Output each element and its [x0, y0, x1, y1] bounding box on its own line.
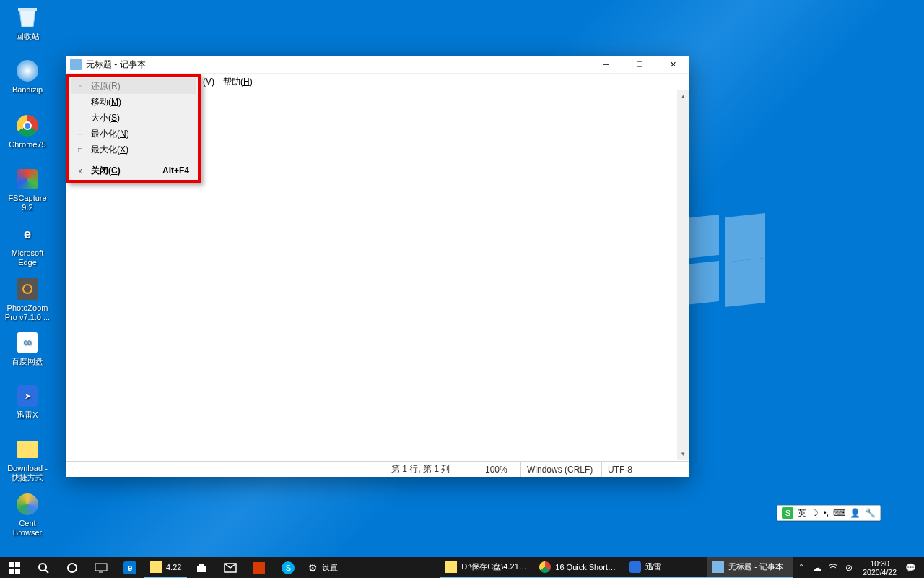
- svg-rect-7: [95, 564, 107, 571]
- tray-wifi-icon[interactable]: [825, 562, 841, 573]
- window-title: 无标题 - 记事本: [86, 59, 590, 71]
- taskbar-skype[interactable]: S: [274, 557, 302, 578]
- desktop-icon-recycle-bin[interactable]: 回收站: [0, 4, 55, 41]
- taskbar-chrome-16[interactable]: 16 Quick Shortcut...: [533, 557, 624, 578]
- menu-help[interactable]: 帮助(H): [219, 74, 257, 90]
- desktop-icon-photozoom[interactable]: PhotoZoom Pro v7.1.0 ...: [0, 276, 55, 322]
- taskbar-explorer-422[interactable]: 4.22: [144, 557, 187, 578]
- svg-rect-1: [15, 562, 20, 567]
- desktop-icon-baidu-pan[interactable]: ∞百度网盘: [0, 329, 55, 366]
- svg-rect-0: [9, 562, 14, 567]
- desktop-icon-chrome75[interactable]: Chrome75: [0, 113, 55, 150]
- menu-view-partial[interactable]: (V): [199, 75, 219, 88]
- desktop-icon-fscapture[interactable]: FSCapture 9.2: [0, 166, 55, 212]
- svg-point-6: [68, 564, 77, 572]
- close-icon: x: [75, 167, 85, 175]
- ime-lang[interactable]: 英: [798, 507, 806, 519]
- tray-expand-icon[interactable]: ˄: [793, 563, 809, 573]
- sogou-ime-bar[interactable]: S 英 ☽ •, ⌨ 👤 🔧: [777, 505, 881, 521]
- maximize-icon: □: [75, 146, 85, 154]
- svg-line-5: [45, 570, 48, 573]
- notepad-icon[interactable]: [70, 59, 82, 70]
- taskbar-notepad[interactable]: 无标题 - 记事本: [707, 557, 793, 578]
- xunlei-icon: [629, 561, 641, 573]
- folder-icon: [150, 561, 162, 573]
- desktop-icon-centbrowser[interactable]: Cent Browser: [0, 491, 55, 538]
- desktop-icon-bandizip[interactable]: Bandizip: [0, 58, 55, 95]
- ime-person-icon[interactable]: 👤: [850, 508, 860, 518]
- sysmenu-minimize[interactable]: ─最小化(N): [71, 126, 196, 142]
- taskbar-store[interactable]: [187, 557, 216, 578]
- taskbar-mail[interactable]: [216, 557, 245, 578]
- taskbar-xunlei[interactable]: 迅雷: [624, 557, 707, 578]
- search-button[interactable]: [29, 557, 58, 578]
- notepad-icon: [712, 561, 724, 573]
- status-encoding: UTF-8: [601, 462, 689, 477]
- minimize-icon: ─: [75, 130, 85, 138]
- desktop-icon-xunlei[interactable]: ➤迅雷X: [0, 383, 55, 420]
- close-button[interactable]: ✕: [656, 56, 689, 74]
- task-view-button[interactable]: [87, 557, 116, 578]
- maximize-button[interactable]: ☐: [623, 56, 656, 74]
- windows-logo-watermark: [679, 217, 765, 303]
- status-zoom: 100%: [479, 462, 520, 477]
- tray-block-icon[interactable]: ⊘: [841, 563, 857, 573]
- system-menu: ▫还原(R) 移动(M) 大小(S) ─最小化(N) □最大化(X) x关闭(C…: [66, 74, 201, 183]
- status-eol: Windows (CRLF): [520, 462, 601, 477]
- taskbar-explorer-d[interactable]: D:\保存C盘\4.21\4...: [440, 557, 533, 578]
- ime-keyboard-icon[interactable]: ⌨: [833, 508, 845, 518]
- svg-rect-2: [9, 569, 14, 574]
- svg-rect-3: [15, 569, 20, 574]
- sysmenu-size[interactable]: 大小(S): [71, 110, 196, 126]
- scroll-down-icon[interactable]: ▾: [677, 448, 689, 460]
- desktop: 回收站 Bandizip Chrome75 FSCapture 9.2 eMic…: [0, 0, 924, 557]
- scroll-up-icon[interactable]: ▴: [677, 90, 689, 103]
- taskbar: e 4.22 S ⚙设置 D:\保存C盘\4.21\4... 16 Quick …: [0, 557, 924, 578]
- action-center-icon[interactable]: 💬: [902, 563, 918, 573]
- ime-moon-icon[interactable]: ☽: [811, 508, 819, 518]
- sysmenu-close[interactable]: x关闭(C)Alt+F4: [71, 163, 196, 178]
- statusbar: 第 1 行, 第 1 列 100% Windows (CRLF) UTF-8: [66, 461, 689, 477]
- taskbar-office[interactable]: [245, 557, 274, 578]
- titlebar[interactable]: 无标题 - 记事本 ─ ☐ ✕: [66, 56, 689, 74]
- taskbar-edge[interactable]: e: [116, 557, 144, 578]
- ime-punct-icon[interactable]: •,: [823, 508, 829, 518]
- tray-onedrive-icon[interactable]: ☁: [809, 563, 825, 573]
- sysmenu-maximize[interactable]: □最大化(X): [71, 142, 196, 158]
- gear-icon: ⚙: [308, 562, 318, 574]
- sogou-logo-icon: S: [782, 507, 793, 519]
- status-position: 第 1 行, 第 1 列: [385, 462, 479, 477]
- restore-icon: ▫: [75, 82, 85, 90]
- sysmenu-restore: ▫还原(R): [71, 78, 196, 94]
- chrome-icon: [539, 561, 551, 573]
- taskbar-settings[interactable]: ⚙设置: [302, 557, 344, 578]
- desktop-icon-download[interactable]: Download - 快捷方式: [0, 436, 55, 483]
- vertical-scrollbar[interactable]: ▴ ▾: [677, 90, 689, 460]
- sysmenu-separator: [91, 160, 196, 160]
- start-button[interactable]: [0, 557, 29, 578]
- folder-icon: [445, 561, 457, 573]
- system-tray: ˄ ☁ ⊘ 10:30 2020/4/22 💬: [793, 557, 924, 578]
- ime-settings-icon[interactable]: 🔧: [865, 508, 876, 518]
- sysmenu-move[interactable]: 移动(M): [71, 94, 196, 110]
- minimize-button[interactable]: ─: [590, 56, 623, 74]
- desktop-icon-edge[interactable]: eMicrosoft Edge: [0, 221, 55, 267]
- cortana-button[interactable]: [58, 557, 87, 578]
- svg-point-4: [39, 564, 46, 571]
- tray-clock[interactable]: 10:30 2020/4/22: [857, 558, 902, 578]
